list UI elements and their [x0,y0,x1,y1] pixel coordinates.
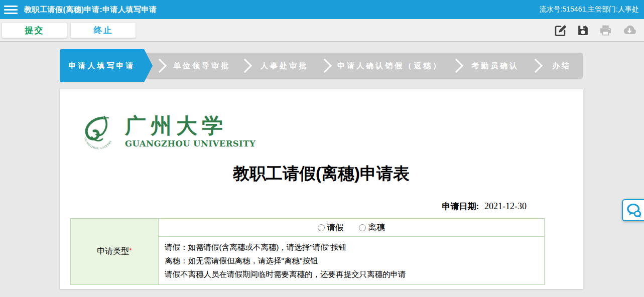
print-icon[interactable] [599,24,612,37]
radio-option-leave-label: 请假 [327,222,344,233]
application-form: GUANGZHOU UNIVERSITY 广州大学 GUANGZHOU UNIV… [60,89,583,289]
step-complete: 办结 [541,61,583,71]
menu-icon[interactable] [4,6,18,14]
step-applicant-confirm-return: 申请人确认销假（返穗） [330,61,450,71]
terminate-button[interactable]: 终止 [70,22,136,38]
page-title: 教职工请假(离穗)申请:申请人填写申请 [24,5,157,15]
apply-date-label: 申请日期: [442,202,479,211]
toolbar: 提交 终止 [0,19,644,42]
radio-option-depart-label: 离穗 [368,222,385,233]
chat-button[interactable] [622,199,644,221]
title-bar: 教职工请假(离穗)申请:申请人填写申请 流水号:515461,主管部门:人事处 [0,0,644,19]
university-name-cn: 广州大学 [125,114,255,137]
apply-type-label: 申请类型 [97,247,129,255]
required-asterisk: * [129,246,132,254]
table-row: 申请类型* 请假 离穗 [71,219,545,237]
edit-icon[interactable] [554,24,567,37]
step-unit-leader-approval: 单位领导审批 [165,61,239,71]
apply-type-help-cell: 请假：如需请假(含离穗或不离穗)，请选择"请假"按钮 离穗：如无需请假但离穗，请… [159,237,545,285]
step-attendance-confirm: 考勤员确认 [461,61,530,71]
step-hr-approval: 人事处审批 [250,61,319,71]
chat-bubbles-icon [626,203,642,218]
workflow-steps: 申请人填写申请 单位领导审批 人事处审批 申请人确认销假（返穗） 考勤员确认 办… [60,49,583,82]
apply-type-label-cell: 申请类型* [71,219,159,285]
university-emblem-icon: GUANGZHOU UNIVERSITY [82,114,115,153]
help-line: 请假不离穗人员在请假期间临时需要离穗的，还要再提交只离穗的申请 [165,267,538,281]
apply-type-table: 申请类型* 请假 离穗 请假：如需请假(含离穗或不离穗)，请选择"请假"按钮 离… [70,218,545,285]
save-icon[interactable] [577,24,589,37]
step-applicant-fill: 申请人填写申请 [60,49,144,82]
help-line: 离穗：如无需请假但离穗，请选择"离穗"按钮 [165,254,538,267]
workflow-meta: 流水号:515461,主管部门:人事处 [540,5,639,14]
submit-button[interactable]: 提交 [2,22,67,38]
apply-date: 申请日期: 2021-12-30 [442,201,527,212]
radio-button-icon[interactable] [359,224,366,231]
apply-date-value: 2021-12-30 [484,201,527,211]
university-name-en: GUANGZHOU UNIVERSITY [125,139,255,148]
form-title: 教职工请假(离穗)申请表 [60,163,583,185]
radio-option-leave[interactable]: 请假 [318,222,344,233]
university-logo: GUANGZHOU UNIVERSITY 广州大学 GUANGZHOU UNIV… [82,114,255,153]
radio-button-icon[interactable] [318,224,325,231]
apply-type-options-cell: 请假 离穗 [159,219,545,237]
help-line: 请假：如需请假(含离穗或不离穗)，请选择"请假"按钮 [165,240,538,254]
radio-option-depart[interactable]: 离穗 [359,222,385,233]
download-icon[interactable] [622,24,637,37]
